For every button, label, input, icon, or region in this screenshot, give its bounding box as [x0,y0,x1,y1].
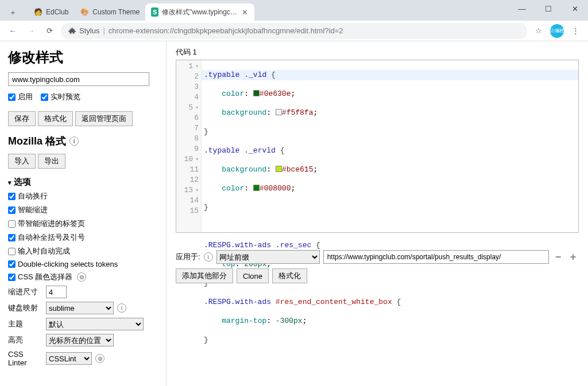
extension-icon [68,27,76,35]
import-button[interactable]: 导入 [8,154,36,169]
favicon-edclub: 🧑 [33,7,42,17]
address-bar: ← → ⟳ Stylus | chrome-extension://clngdb… [0,21,588,41]
tab-custom-theme[interactable]: 🎨 Custom Theme [74,3,145,21]
save-button[interactable]: 保存 [8,111,36,126]
favicon-stylus: S [151,7,158,17]
info-icon[interactable]: i [204,252,213,262]
opt-smart-indent-tabs[interactable]: 带智能缩进的标签页 [8,219,158,229]
close-icon[interactable]: ✕ [241,7,249,17]
opt-doubleclick-tokens[interactable]: Double-clicking selects tokens [8,260,158,268]
live-preview-checkbox[interactable]: 实时预览 [41,92,80,102]
window-close[interactable]: ✕ [562,0,588,17]
applies-type-select[interactable]: 网址前缀 [216,250,320,264]
lbl-indent: 缩进尺寸 [8,287,42,297]
forward-button[interactable]: → [24,24,38,38]
star-icon[interactable]: ☆ [532,24,546,38]
keymap-select[interactable]: sublime [46,302,114,314]
omnibox[interactable]: Stylus | chrome-extension://clngdbkpkpee… [61,23,527,39]
sidebar: 修改样式 启用 实时预览 保存 格式化 返回管理页面 Mozilla 格式i 导… [0,41,167,386]
enable-checkbox[interactable]: 启用 [8,92,33,102]
applies-url-input[interactable] [323,250,549,264]
code-section-label: 代码 1 [176,47,579,57]
indent-size-input[interactable] [46,286,67,298]
lbl-highlight: 高亮 [8,335,42,345]
linter-select[interactable]: CSSLint [46,352,92,365]
beautify-button[interactable]: 格式化 [38,111,73,126]
lbl-keymap: 键盘映射 [8,303,42,313]
lbl-theme: 主题 [8,319,42,329]
opt-autocomplete[interactable]: 输入时自动完成 [8,246,158,256]
back-to-manage-button[interactable]: 返回管理页面 [75,111,133,126]
window-minimize[interactable]: — [509,0,535,17]
code-body[interactable]: .typable ._vld { color: #0e630e; backgro… [202,60,578,232]
gutter: 1▾ 2 3 4 5▾ 6 7 8 9 10▾ 11 12 13▾ 14 15 [176,60,202,232]
info-icon[interactable]: i [117,303,126,313]
new-tab-button[interactable]: ＋ [5,5,21,21]
theme-select[interactable]: 默认 [46,318,144,330]
main-panel: 代码 1 1▾ 2 3 4 5▾ 6 7 8 9 10▾ 11 12 13▾ 1… [167,41,588,386]
add-section-button[interactable]: 添加其他部分 [176,268,233,283]
opt-smart-indent[interactable]: 智能缩进 [8,205,158,215]
lbl-linter: CSS Linter [8,350,42,367]
favicon-custom-theme: 🎨 [80,7,89,17]
mozilla-format-heading: Mozilla 格式i [8,134,158,148]
profile-avatar[interactable]: 让编程 [550,24,564,38]
gear-icon[interactable]: ⚙ [77,272,86,282]
options-heading[interactable]: 选项 [8,177,158,188]
info-icon[interactable]: i [69,137,79,146]
beautify-section-button[interactable]: 格式化 [272,268,307,283]
opt-autowrap[interactable]: 自动换行 [8,191,158,201]
applies-label: 应用于: [176,252,200,262]
menu-icon[interactable]: ⋮ [568,24,582,38]
code-editor[interactable]: 1▾ 2 3 4 5▾ 6 7 8 9 10▾ 11 12 13▾ 14 15 … [176,60,579,233]
opt-autoclose[interactable]: 自动补全括号及引号 [8,232,158,243]
tab-stylus-edit[interactable]: S 修改样式"www.typingclub.com" ✕ [145,3,254,21]
back-button[interactable]: ← [6,24,20,38]
style-name-input[interactable] [8,72,149,86]
clone-button[interactable]: Clone [237,268,269,283]
tab-edclub[interactable]: 🧑 EdClub [28,3,74,21]
reload-button[interactable]: ⟳ [42,24,56,38]
opt-color-picker[interactable]: CSS 颜色选择器⚙ [8,272,158,282]
remove-section-icon[interactable]: − [552,251,564,263]
export-button[interactable]: 导出 [38,154,65,169]
tab-strip: ＋ 🧑 EdClub 🎨 Custom Theme S 修改样式"www.typ… [0,0,588,21]
highlight-select[interactable]: 光标所在的位置 [46,334,114,346]
page-title: 修改样式 [8,48,158,67]
add-section-icon[interactable]: + [567,251,579,263]
window-maximize[interactable]: ☐ [535,0,562,17]
gear-icon[interactable]: ⚙ [95,354,105,363]
